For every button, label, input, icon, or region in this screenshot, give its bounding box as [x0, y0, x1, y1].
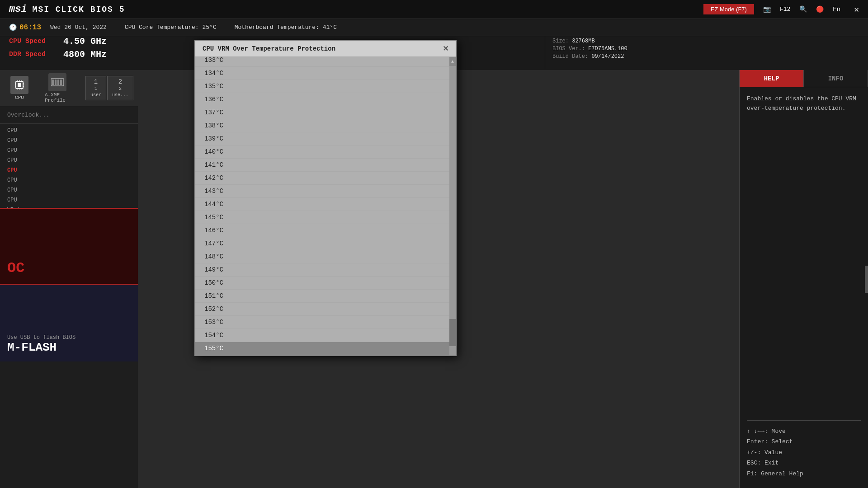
temp-item[interactable]: 136°C [195, 93, 449, 106]
clock-display: 06:13 [19, 23, 41, 32]
enter-shortcut: Enter: Select [747, 436, 861, 447]
axmp-icon-label: A-XMP Profile [45, 92, 71, 103]
overclocking-label: Overclock... [7, 112, 50, 118]
cpu-row-8[interactable]: CPU [7, 195, 131, 205]
cpu-speed-row: CPU Speed 4.50 GHz [9, 36, 190, 47]
svg-rect-18 [60, 80, 62, 85]
help-tab[interactable]: HELP [740, 70, 804, 87]
temp-item[interactable]: 148°C [195, 250, 449, 263]
cpu-icon-item[interactable]: CPU [5, 73, 34, 103]
modal-header: CPU VRM Over Temperature Protection ✕ [195, 41, 456, 57]
svg-rect-1 [18, 83, 21, 87]
temp-item[interactable]: 146°C [195, 224, 449, 237]
profile-tab-2[interactable]: 2 2use... [107, 76, 133, 100]
f1-shortcut: F1: General Help [747, 469, 861, 479]
modal-dialog: CPU VRM Over Temperature Protection ✕ 12… [194, 40, 457, 356]
ez-mode-button[interactable]: EZ Mode (F7) [703, 4, 754, 14]
build-date-info: Build Date: 09/14/2022 [552, 53, 732, 60]
flag-icon: 🔴 [816, 5, 824, 13]
cpu-row-6[interactable]: CPU [7, 175, 131, 185]
language-selector[interactable]: En [833, 6, 840, 13]
bios-title: MSI CLICK BIOS 5 [33, 5, 125, 14]
help-content: Enables or disables the CPU VRM over-tem… [740, 87, 868, 121]
collapse-tab[interactable] [865, 266, 868, 293]
temp-item[interactable]: 142°C [195, 172, 449, 185]
screenshot-icon[interactable]: 📷 [763, 5, 771, 13]
oc-section[interactable]: OC [0, 208, 138, 285]
cpu-row-3[interactable]: CPU [7, 145, 131, 155]
modal-close-button[interactable]: ✕ [443, 44, 448, 53]
modal-body: 128°C129°C130°C131°C132°C133°C134°C135°C… [195, 57, 456, 355]
cpu-speed-label: CPU Speed [9, 38, 63, 45]
cpu-row-5-active[interactable]: CPU [7, 165, 131, 175]
temp-item[interactable]: 139°C [195, 132, 449, 145]
temp-item[interactable]: 147°C [195, 237, 449, 250]
axmp-icon-item[interactable]: A-XMP Profile [39, 70, 76, 106]
temp-item[interactable]: 149°C [195, 263, 449, 277]
cpu-icon-label: CPU [15, 95, 24, 100]
temp-item[interactable]: 135°C [195, 80, 449, 93]
ddr-speed-row: DDR Speed 4800 MHz [9, 49, 190, 60]
keyboard-shortcuts: ↑ ↓←→: Move Enter: Select +/-: Value ESC… [747, 420, 861, 479]
cpu-row-7[interactable]: CPU [7, 185, 131, 195]
temperature-list[interactable]: 128°C129°C130°C131°C132°C133°C134°C135°C… [195, 57, 449, 355]
top-bar: msi MSI CLICK BIOS 5 EZ Mode (F7) 📷 F12 … [0, 0, 868, 19]
svg-rect-15 [52, 80, 54, 85]
temp-item[interactable]: 151°C [195, 290, 449, 303]
cpu-icon [10, 76, 28, 94]
temp-item[interactable]: 154°C [195, 329, 449, 342]
cpu-temp-label: CPU Core Temperature: 25°C [125, 24, 217, 31]
temp-item[interactable]: 150°C [195, 277, 449, 290]
mflash-small-label: Use USB to flash BIOS [7, 334, 131, 341]
temp-item[interactable]: 133°C [195, 57, 449, 67]
cpu-row-4[interactable]: CPU [7, 155, 131, 165]
bios-info: BIOS Ver.: E7D75AMS.100 [552, 46, 732, 52]
temp-item[interactable]: 143°C [195, 185, 449, 198]
icon-bar: CPU A-XMP Profile 1 1user 2 2use... [0, 70, 138, 106]
move-shortcut: ↑ ↓←→: Move [747, 426, 861, 436]
temp-item[interactable]: 145°C [195, 211, 449, 224]
close-button[interactable]: ✕ [854, 5, 859, 14]
scrollbar-track [449, 66, 456, 355]
help-description: Enables or disables the CPU VRM over-tem… [747, 94, 861, 113]
temp-item[interactable]: 138°C [195, 119, 449, 132]
cpu-row-2[interactable]: CPU [7, 136, 131, 145]
temp-item[interactable]: 153°C [195, 316, 449, 329]
svg-rect-16 [55, 80, 57, 85]
profile-tab-1[interactable]: 1 1user [85, 76, 106, 100]
info-tab[interactable]: INFO [804, 70, 868, 87]
msi-logo: msi [9, 4, 27, 15]
oc-label: OC [7, 260, 24, 277]
temp-item[interactable]: 134°C [195, 67, 449, 80]
ddr-speed-value: 4800 MHz [63, 49, 107, 60]
cpu-row-1[interactable]: CPU [7, 126, 131, 136]
svg-rect-17 [57, 80, 59, 85]
modal-scrollbar[interactable]: ▲ ▼ [449, 57, 456, 355]
temp-item[interactable]: 155°C [195, 342, 449, 355]
search-icon[interactable]: 🔍 [799, 5, 807, 13]
cpu-rows: CPU CPU CPU CPU CPU CPU CPU CPU VR 1 [0, 124, 138, 217]
size-info: Size: 32768MB [552, 38, 732, 44]
temp-item[interactable]: 137°C [195, 106, 449, 119]
overclocking-section: Overclock... [0, 106, 138, 124]
clock-icon: 🕐 [9, 23, 17, 31]
scrollbar-thumb[interactable] [449, 319, 456, 346]
axmp-icon [48, 73, 66, 91]
cpu-speed-value: 4.50 GHz [63, 36, 107, 47]
temp-item[interactable]: 144°C [195, 198, 449, 211]
temp-item[interactable]: 141°C [195, 159, 449, 172]
profile-tabs: 1 1user 2 2use... [85, 76, 133, 100]
help-info-tabs: HELP INFO [740, 70, 868, 87]
f12-label: F12 [780, 6, 790, 13]
top-bar-right: 📷 F12 🔍 🔴 En ✕ [763, 5, 859, 14]
mflash-large-label: M-FLASH [7, 341, 131, 354]
modal-title: CPU VRM Over Temperature Protection [203, 45, 335, 52]
date-display: Wed 26 Oct, 2022 [50, 24, 107, 31]
mflash-section[interactable]: Use USB to flash BIOS M-FLASH [0, 285, 138, 361]
temp-item[interactable]: 140°C [195, 145, 449, 159]
value-shortcut: +/-: Value [747, 447, 861, 458]
scrollbar-up-button[interactable]: ▲ [449, 57, 456, 66]
right-panel: HELP INFO Enables or disables the CPU VR… [739, 70, 868, 488]
temp-item[interactable]: 152°C [195, 303, 449, 316]
speed-panel: CPU Speed 4.50 GHz DDR Speed 4800 MHz [9, 36, 190, 62]
